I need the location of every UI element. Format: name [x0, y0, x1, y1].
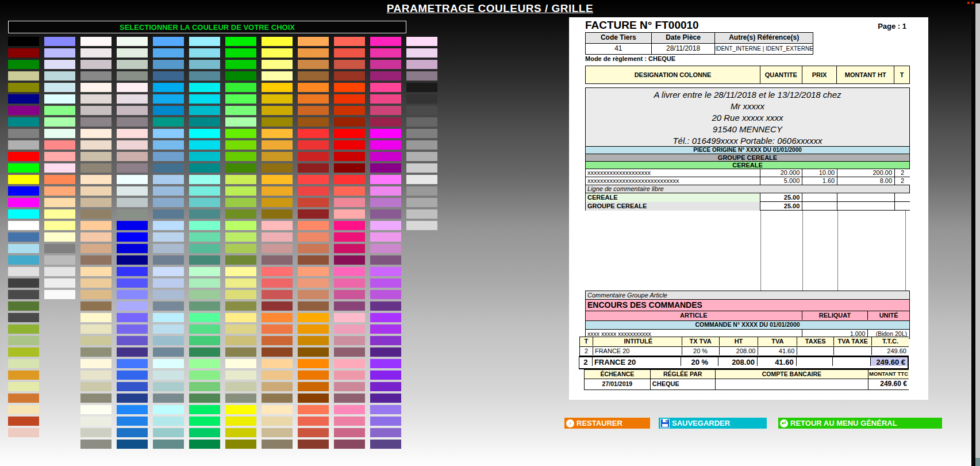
color-swatch[interactable]	[117, 394, 148, 403]
color-swatch[interactable]	[262, 359, 293, 368]
color-swatch[interactable]	[225, 232, 256, 242]
color-swatch[interactable]	[8, 83, 39, 92]
color-swatch[interactable]	[262, 117, 293, 127]
color-swatch[interactable]	[225, 163, 256, 173]
color-swatch[interactable]	[8, 94, 39, 104]
color-swatch[interactable]	[44, 140, 75, 150]
color-swatch[interactable]	[8, 209, 39, 219]
color-swatch[interactable]	[44, 83, 75, 92]
color-swatch[interactable]	[80, 37, 112, 46]
color-swatch[interactable]	[298, 117, 329, 127]
color-swatch[interactable]	[406, 163, 437, 173]
color-swatch[interactable]	[262, 440, 293, 449]
color-swatch[interactable]	[225, 440, 256, 449]
color-swatch[interactable]	[8, 301, 39, 311]
color-swatch[interactable]	[334, 324, 365, 334]
color-swatch[interactable]	[80, 175, 112, 184]
color-swatch[interactable]	[334, 267, 365, 276]
color-swatch[interactable]	[153, 313, 184, 322]
color-swatch[interactable]	[117, 417, 148, 426]
color-swatch[interactable]	[8, 255, 39, 265]
color-swatch[interactable]	[334, 278, 365, 288]
color-swatch[interactable]	[370, 209, 401, 219]
color-swatch[interactable]	[370, 37, 401, 46]
color-swatch[interactable]	[406, 186, 437, 196]
color-swatch[interactable]	[80, 267, 112, 276]
color-swatch[interactable]	[334, 140, 365, 150]
color-swatch[interactable]	[153, 117, 184, 127]
color-swatch[interactable]	[117, 198, 148, 207]
color-swatch[interactable]	[225, 152, 256, 161]
color-swatch[interactable]	[406, 198, 437, 207]
color-swatch[interactable]	[8, 267, 39, 276]
color-swatch[interactable]	[370, 129, 401, 138]
color-swatch[interactable]	[153, 440, 184, 449]
color-swatch[interactable]	[153, 336, 184, 345]
color-swatch[interactable]	[262, 301, 293, 311]
color-swatch[interactable]	[153, 359, 184, 368]
color-swatch[interactable]	[334, 244, 365, 253]
color-swatch[interactable]	[334, 94, 365, 104]
color-swatch[interactable]	[334, 186, 365, 196]
color-swatch[interactable]	[80, 417, 112, 426]
color-swatch[interactable]	[44, 60, 75, 69]
color-swatch[interactable]	[44, 255, 75, 265]
color-swatch[interactable]	[8, 140, 39, 150]
color-swatch[interactable]	[370, 370, 401, 380]
color-swatch[interactable]	[153, 382, 184, 391]
color-swatch[interactable]	[225, 417, 256, 426]
color-swatch[interactable]	[80, 382, 112, 391]
vertical-scrollbar[interactable]	[975, 3, 980, 466]
color-swatch[interactable]	[262, 370, 293, 380]
color-swatch[interactable]	[406, 129, 437, 138]
color-swatch[interactable]	[44, 232, 75, 242]
color-swatch[interactable]	[298, 140, 329, 150]
color-swatch[interactable]	[80, 290, 112, 299]
color-swatch[interactable]	[262, 71, 293, 81]
color-swatch[interactable]	[370, 186, 401, 196]
color-swatch[interactable]	[117, 428, 148, 437]
color-swatch[interactable]	[334, 301, 365, 311]
color-swatch[interactable]	[80, 60, 112, 69]
color-swatch[interactable]	[8, 221, 39, 230]
color-swatch[interactable]	[189, 129, 220, 138]
color-swatch[interactable]	[370, 440, 401, 449]
color-swatch[interactable]	[334, 359, 365, 368]
color-swatch[interactable]	[334, 60, 365, 69]
color-swatch[interactable]	[189, 428, 220, 437]
color-swatch[interactable]	[406, 221, 437, 230]
color-swatch[interactable]	[189, 186, 220, 196]
color-swatch[interactable]	[80, 370, 112, 380]
color-swatch[interactable]	[262, 428, 293, 437]
color-swatch[interactable]	[189, 290, 220, 299]
color-swatch[interactable]	[298, 394, 329, 403]
color-swatch[interactable]	[406, 60, 437, 69]
color-swatch[interactable]	[80, 152, 112, 161]
color-swatch[interactable]	[153, 394, 184, 403]
color-swatch[interactable]	[225, 175, 256, 184]
color-swatch[interactable]	[262, 129, 293, 138]
color-swatch[interactable]	[189, 37, 220, 46]
color-swatch[interactable]	[370, 152, 401, 161]
color-swatch[interactable]	[225, 313, 256, 322]
color-swatch[interactable]	[370, 94, 401, 104]
color-swatch[interactable]	[225, 117, 256, 127]
color-swatch[interactable]	[370, 255, 401, 265]
color-swatch[interactable]	[189, 370, 220, 380]
color-swatch[interactable]	[117, 37, 148, 46]
color-swatch[interactable]	[298, 152, 329, 161]
color-swatch[interactable]	[262, 209, 293, 219]
color-swatch[interactable]	[117, 440, 148, 449]
color-swatch[interactable]	[334, 152, 365, 161]
color-swatch[interactable]	[117, 324, 148, 334]
color-swatch[interactable]	[8, 152, 39, 161]
color-swatch[interactable]	[262, 405, 293, 414]
color-swatch[interactable]	[298, 209, 329, 219]
color-swatch[interactable]	[225, 221, 256, 230]
color-swatch[interactable]	[189, 359, 220, 368]
color-swatch[interactable]	[262, 48, 293, 58]
color-swatch[interactable]	[117, 106, 148, 115]
color-swatch[interactable]	[117, 129, 148, 138]
color-swatch[interactable]	[80, 440, 112, 449]
color-swatch[interactable]	[80, 117, 112, 127]
